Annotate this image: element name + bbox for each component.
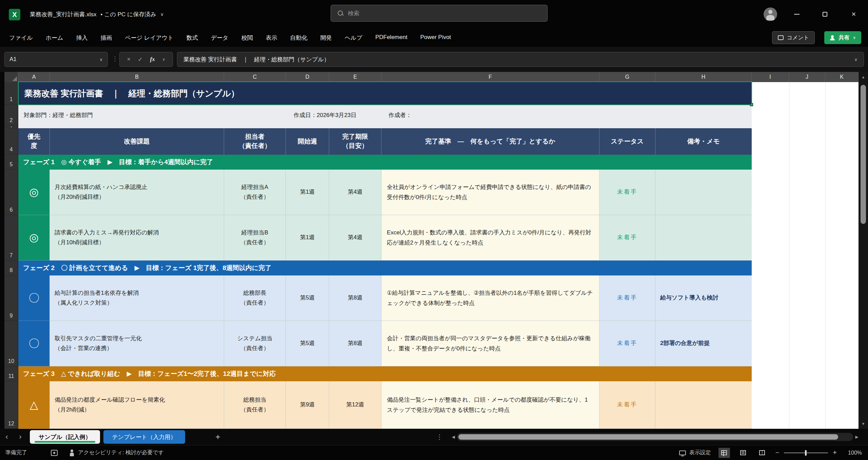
tab-data[interactable]: データ — [204, 31, 235, 45]
tab-developer[interactable]: 開発 — [314, 31, 338, 45]
owner-cell[interactable]: 経理担当A （責任者） — [224, 170, 286, 215]
deadline-cell[interactable]: 第8週 — [329, 275, 381, 321]
criteria-cell[interactable]: 備品発注一覧シートが整備され、口頭・メールでの都度確認が不要になり、1ステップで… — [381, 381, 599, 429]
owner-cell[interactable]: 経理担当B （責任者） — [224, 215, 286, 261]
phase2-band[interactable]: フェーズ 2 〇 計画を立てて進める ▶ 目標：フェーズ 1完了後、8週間以内に… — [18, 261, 752, 275]
tab-draw[interactable]: 描画 — [94, 31, 118, 45]
phase1-band[interactable]: フェーズ 1 ◎ 今すぐ着手 ▶ 目標：着手から4週間以内に完了 — [18, 155, 752, 170]
memo-cell[interactable] — [655, 381, 752, 429]
cancel-icon[interactable]: × — [127, 56, 131, 63]
phase3-band[interactable]: フェーズ 3 △ できれば取り組む ▶ 目標：フェーズ1〜2完了後、12週目まで… — [18, 366, 752, 381]
task-cell[interactable]: 給与計算の担当者1名依存を解消 （属人化リスク対策） — [50, 275, 224, 321]
sheet-tab-template[interactable]: テンプレート（入力用） — [103, 430, 185, 444]
maximize-button[interactable] — [816, 6, 833, 22]
criteria-cell[interactable]: ①給与計算マニュアルを整備し、②担当者以外の1名が手順を習得してダブルチェックが… — [381, 275, 599, 321]
meta-row[interactable]: 対象部門：経理・総務部門 作成日：2026年3月23日 作成者： — [18, 104, 752, 126]
tab-review[interactable]: 校閲 — [235, 31, 259, 45]
close-button[interactable]: × — [845, 6, 862, 22]
owner-cell[interactable]: 総務部長 （責任者） — [224, 275, 286, 321]
column-header-f[interactable]: F — [381, 72, 599, 82]
sheet-tab-sample[interactable]: サンプル（記入例） — [30, 430, 100, 444]
status-cell[interactable]: 未着手 — [599, 170, 655, 215]
column-header-h[interactable]: H — [655, 72, 752, 82]
priority-cell[interactable]: ◎ — [18, 215, 50, 261]
display-settings-button[interactable]: 表示設定 — [679, 449, 711, 456]
column-header-j[interactable]: J — [789, 72, 825, 82]
tab-home[interactable]: ホーム — [39, 31, 70, 45]
column-header-a[interactable]: A — [18, 72, 50, 82]
zoom-level[interactable]: 100% — [844, 450, 862, 456]
column-header-b[interactable]: B — [50, 72, 224, 82]
memo-cell[interactable] — [655, 170, 752, 215]
priority-cell[interactable]: 〇 — [18, 321, 50, 366]
memo-cell[interactable]: 2部署の合意が前提 — [655, 321, 752, 366]
scroll-left-icon[interactable]: ◀ — [450, 435, 457, 439]
column-header-g[interactable]: G — [599, 72, 655, 82]
row-header-3[interactable]: 3 — [4, 126, 18, 128]
deadline-cell[interactable]: 第4週 — [329, 215, 381, 261]
minimize-button[interactable] — [788, 6, 805, 22]
priority-cell[interactable]: 〇 — [18, 275, 50, 321]
task-cell[interactable]: 取引先マスタの二重管理を一元化 （会計・営業の連携） — [50, 321, 224, 366]
insert-function-icon[interactable]: fx — [150, 56, 155, 63]
sheet-title-cell[interactable]: 業務改善 実行計画書 ｜ 経理・総務部門（サンプル） — [18, 82, 752, 104]
tab-page-layout[interactable]: ページ レイアウト — [118, 31, 180, 45]
scroll-down-icon[interactable]: ▼ — [859, 419, 868, 428]
deadline-cell[interactable]: 第4週 — [329, 170, 381, 215]
memo-cell[interactable] — [655, 215, 752, 261]
row-header-2[interactable]: 2 — [4, 104, 18, 126]
priority-cell[interactable]: ◎ — [18, 170, 50, 215]
expand-formula-bar-icon[interactable]: ∨ — [854, 57, 857, 62]
formula-input[interactable]: 業務改善 実行計画書 ｜ 経理・総務部門（サンプル） ∨ — [177, 52, 864, 67]
scroll-up-icon[interactable]: ▲ — [859, 73, 868, 81]
header-priority[interactable]: 優先 度 — [18, 128, 50, 155]
vertical-scrollbar[interactable]: ▲ ▼ — [859, 72, 868, 429]
header-deadline[interactable]: 完了期限 （目安） — [329, 128, 381, 155]
task-cell[interactable]: 備品発注の都度メール確認フローを簡素化 （月2h削減） — [50, 381, 224, 429]
row-header-10[interactable]: 10 — [4, 321, 18, 366]
horizontal-scrollbar[interactable]: ◀ ▶ — [450, 433, 861, 441]
status-cell[interactable]: 未着手 — [599, 275, 655, 321]
tab-overflow-icon[interactable]: ⋮ — [436, 433, 443, 441]
column-header-e[interactable]: E — [329, 72, 381, 82]
start-week-cell[interactable]: 第5週 — [286, 275, 329, 321]
vertical-scrollbar-thumb[interactable] — [861, 85, 866, 224]
owner-cell[interactable]: 総務担当 （責任者） — [224, 381, 286, 429]
deadline-cell[interactable]: 第12週 — [329, 381, 381, 429]
tab-file[interactable]: ファイル — [3, 31, 39, 45]
user-avatar[interactable] — [764, 7, 777, 21]
header-memo[interactable]: 備考・メモ — [655, 128, 752, 155]
share-button[interactable]: 共有 ∨ — [824, 31, 861, 44]
row-header-7[interactable]: 7 — [4, 215, 18, 261]
row-header-9[interactable]: 9 — [4, 275, 18, 321]
macro-record-icon[interactable] — [51, 450, 58, 456]
zoom-out-button[interactable]: − — [775, 449, 780, 457]
status-cell[interactable]: 未着手 — [599, 321, 655, 366]
header-task[interactable]: 改善課題 — [50, 128, 224, 155]
accessibility-status[interactable]: アクセシビリティ: 検討が必要です — [78, 449, 164, 456]
empty-cells-area[interactable] — [752, 82, 859, 429]
row-header-4[interactable]: 4 — [4, 128, 18, 155]
tab-formulas[interactable]: 数式 — [180, 31, 204, 45]
document-title[interactable]: 業務改善_実行計画書.xlsx • この PC に保存済み ∨ — [30, 0, 164, 28]
normal-view-button[interactable] — [718, 448, 730, 458]
prev-sheet-icon[interactable]: ‹ — [0, 433, 14, 441]
row-header-8[interactable]: 8 — [4, 261, 18, 275]
owner-cell[interactable]: システム担当 （責任者） — [224, 321, 286, 366]
task-cell[interactable]: 月次経費精算の紙・ハンコ承認廃止 （月20h削減目標） — [50, 170, 224, 215]
tab-automate[interactable]: 自動化 — [284, 31, 314, 45]
header-owner[interactable]: 担当者 （責任者） — [224, 128, 286, 155]
row-header-1[interactable]: 1 — [4, 82, 18, 104]
horizontal-scrollbar-track[interactable] — [457, 433, 853, 441]
zoom-in-button[interactable]: + — [833, 449, 837, 457]
enter-icon[interactable]: ✓ — [138, 56, 142, 63]
select-all-corner[interactable] — [4, 72, 18, 82]
row-header-11[interactable]: 11 — [4, 366, 18, 381]
search-input[interactable]: 検索 — [331, 5, 548, 22]
column-header-k[interactable]: K — [825, 72, 859, 82]
memo-cell[interactable]: 給与ソフト導入も検討 — [655, 275, 752, 321]
task-cell[interactable]: 請求書の手入力ミス→再発行対応の解消 （月10h削減目標） — [50, 215, 224, 261]
status-cell[interactable]: 未着手 — [599, 381, 655, 429]
column-header-i[interactable]: I — [752, 72, 789, 82]
page-layout-view-button[interactable] — [737, 448, 749, 458]
